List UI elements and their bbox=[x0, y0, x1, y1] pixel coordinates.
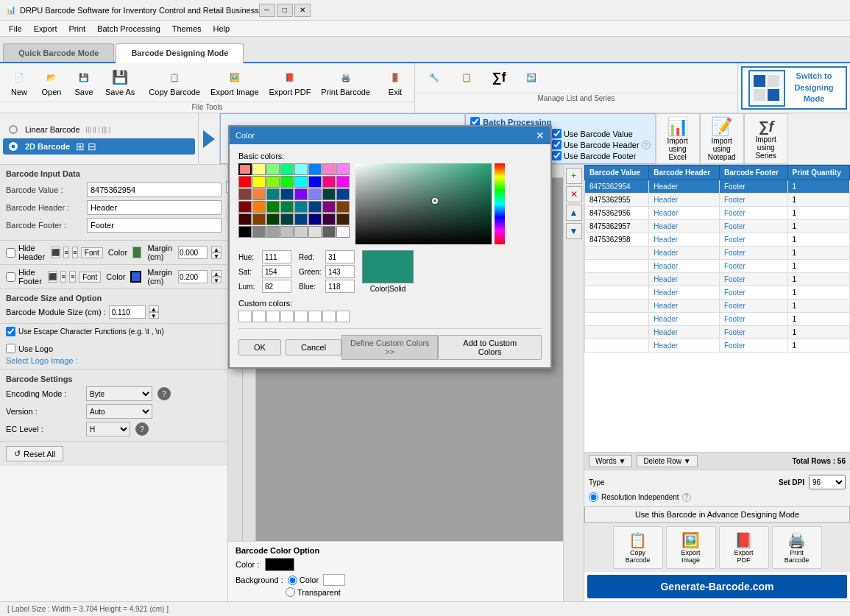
barcode-footer-input[interactable] bbox=[87, 218, 222, 233]
align-left-btn[interactable]: ⬛ bbox=[51, 247, 60, 258]
barcode-color-swatch[interactable] bbox=[265, 558, 294, 571]
color-cell[interactable] bbox=[252, 176, 266, 188]
print-barcode-button[interactable]: 🖨️ Print Barcode bbox=[316, 65, 375, 100]
menu-batch[interactable]: Batch Processing bbox=[91, 23, 166, 35]
module-size-input[interactable] bbox=[109, 305, 146, 319]
menu-file[interactable]: File bbox=[3, 23, 28, 35]
import-excel-button[interactable]: 📊 ImportusingExcel bbox=[656, 113, 700, 164]
color-cell[interactable] bbox=[308, 213, 322, 225]
bg-transparent-radio-label[interactable]: Transparent bbox=[286, 587, 341, 597]
color-cell[interactable] bbox=[294, 201, 308, 213]
linear-barcode-option[interactable]: Linear Barcode ||| || | ||| | bbox=[3, 123, 195, 136]
save-button[interactable]: 💾 Save bbox=[68, 65, 100, 100]
tab-barcode-designing[interactable]: Barcode Designing Mode bbox=[116, 43, 244, 63]
module-size-down[interactable]: ▼ bbox=[149, 312, 159, 319]
define-custom-colors-button[interactable]: Define Custom Colors >> bbox=[341, 335, 438, 360]
custom-color-cell[interactable] bbox=[336, 311, 350, 322]
bg-transparent-radio[interactable] bbox=[286, 587, 295, 597]
switch-designing-button[interactable]: Switch to Designing Mode bbox=[741, 66, 847, 110]
header-color-swatch[interactable] bbox=[132, 247, 141, 258]
color-cell[interactable] bbox=[322, 188, 336, 200]
header-help-icon[interactable]: ? bbox=[642, 141, 651, 149]
color-cell[interactable] bbox=[238, 201, 252, 213]
exit-button[interactable]: 🚪 Exit bbox=[379, 65, 411, 100]
table-row[interactable]: Header Footer 1 bbox=[585, 313, 850, 326]
header-font-btn[interactable]: Font bbox=[81, 247, 103, 258]
color-cell[interactable] bbox=[280, 163, 294, 175]
color-cell[interactable] bbox=[238, 176, 252, 188]
align-right-btn[interactable]: ≡ bbox=[72, 247, 78, 258]
lum-input[interactable] bbox=[262, 280, 291, 293]
copy-barcode-action-btn[interactable]: 📋 CopyBarcode bbox=[613, 526, 663, 569]
color-cell[interactable] bbox=[322, 163, 336, 175]
color-cell[interactable] bbox=[322, 176, 336, 188]
select-logo-label[interactable]: Select Logo Image : bbox=[6, 356, 222, 365]
color-cell[interactable] bbox=[252, 163, 266, 175]
table-row[interactable]: Header Footer 1 bbox=[585, 247, 850, 260]
color-cell[interactable] bbox=[252, 226, 266, 238]
color-cell[interactable] bbox=[280, 188, 294, 200]
color-cell[interactable] bbox=[294, 176, 308, 188]
header-margin-down[interactable]: ▼ bbox=[211, 252, 222, 259]
color-cell[interactable] bbox=[308, 188, 322, 200]
manage-btn-1[interactable]: 🔧 bbox=[418, 65, 450, 91]
color-cell[interactable] bbox=[336, 213, 350, 225]
use-logo-checkbox[interactable] bbox=[6, 344, 15, 353]
color-cell[interactable] bbox=[266, 188, 280, 200]
custom-color-cell[interactable] bbox=[266, 311, 280, 322]
dpi-select[interactable]: 96 150 300 bbox=[809, 475, 846, 489]
module-size-up[interactable]: ▲ bbox=[149, 305, 159, 312]
minimize-button[interactable]: ─ bbox=[259, 4, 275, 17]
export-image-action-btn[interactable]: 🖼️ ExportImage bbox=[666, 526, 716, 569]
use-footer-checkbox[interactable] bbox=[552, 151, 562, 160]
color-cell[interactable] bbox=[294, 213, 308, 225]
use-barcode-header-label[interactable]: Use Barcode Header ? bbox=[552, 140, 651, 149]
color-cell[interactable] bbox=[266, 163, 280, 175]
footer-font-btn[interactable]: Font bbox=[79, 272, 101, 283]
table-row[interactable]: 8475362958 Header Footer 1 bbox=[585, 233, 850, 247]
barcode-value-input[interactable] bbox=[87, 183, 222, 197]
hue-input[interactable] bbox=[262, 250, 291, 263]
ok-button[interactable]: OK bbox=[238, 339, 281, 355]
color-spectrum[interactable] bbox=[355, 163, 492, 244]
hue-bar[interactable] bbox=[495, 163, 505, 244]
import-notepad-button[interactable]: 📝 ImportusingNotepad bbox=[700, 113, 744, 164]
footer-align-center-btn[interactable]: ≡ bbox=[60, 271, 67, 283]
color-cell[interactable] bbox=[336, 163, 350, 175]
open-button[interactable]: 📂 Open bbox=[35, 65, 68, 100]
import-series-button[interactable]: ∑f ImportusingSeries bbox=[744, 113, 788, 164]
color-cell[interactable] bbox=[280, 176, 294, 188]
color-cell[interactable] bbox=[280, 226, 294, 238]
color-cell[interactable] bbox=[308, 176, 322, 188]
color-cell[interactable] bbox=[238, 213, 252, 225]
move-down-button[interactable]: ▼ bbox=[566, 223, 582, 239]
resolution-independent-radio[interactable] bbox=[589, 492, 598, 502]
encoding-mode-select[interactable]: Byte bbox=[86, 386, 152, 401]
table-row[interactable]: Header Footer 1 bbox=[585, 273, 850, 286]
color-cell[interactable] bbox=[294, 188, 308, 200]
color-cell[interactable] bbox=[336, 201, 350, 213]
tab-quick-barcode[interactable]: Quick Barcode Mode bbox=[3, 43, 114, 62]
print-barcode-action-btn[interactable]: 🖨️ PrintBarcode bbox=[772, 526, 822, 569]
custom-color-cell[interactable] bbox=[308, 311, 322, 322]
custom-color-cell[interactable] bbox=[252, 311, 266, 322]
sat-input[interactable] bbox=[262, 265, 291, 278]
color-dialog-close-button[interactable]: ✕ bbox=[536, 130, 545, 141]
table-row[interactable]: 8475362957 Header Footer 1 bbox=[585, 220, 850, 233]
header-margin-input[interactable] bbox=[178, 246, 208, 259]
color-cell[interactable] bbox=[294, 163, 308, 175]
blue-input[interactable] bbox=[325, 280, 355, 293]
color-cell[interactable] bbox=[308, 226, 322, 238]
resolution-help-icon[interactable]: ? bbox=[682, 493, 691, 502]
delete-row-button[interactable]: ✕ bbox=[566, 186, 582, 202]
words-button[interactable]: Words ▼ bbox=[589, 455, 632, 467]
color-cell[interactable] bbox=[336, 188, 350, 200]
menu-help[interactable]: Help bbox=[208, 23, 236, 35]
menu-themes[interactable]: Themes bbox=[166, 23, 208, 35]
color-cell[interactable] bbox=[238, 163, 252, 175]
custom-color-cell[interactable] bbox=[280, 311, 294, 322]
menu-print[interactable]: Print bbox=[63, 23, 92, 35]
footer-align-right-btn[interactable]: ≡ bbox=[69, 271, 76, 283]
bg-color-radio[interactable] bbox=[288, 576, 297, 585]
footer-margin-down[interactable]: ▼ bbox=[211, 277, 222, 283]
